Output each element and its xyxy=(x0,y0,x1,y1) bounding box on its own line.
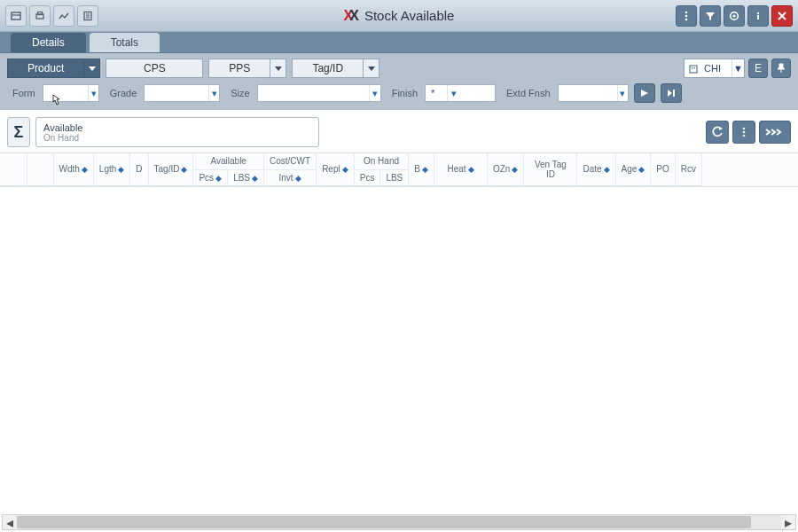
apply-filter-icon[interactable] xyxy=(634,83,655,103)
segment-tagid-label: Tag/ID xyxy=(293,62,363,74)
form-label: Form xyxy=(12,88,35,98)
size-label: Size xyxy=(231,88,249,98)
svg-point-8 xyxy=(685,11,688,13)
svg-rect-3 xyxy=(38,12,43,14)
toolbar-btn-print[interactable] xyxy=(29,5,51,27)
chevron-down-icon[interactable]: ▾ xyxy=(369,85,380,101)
pin-icon[interactable] xyxy=(771,59,791,78)
grid-header: Wdth◆ Lgth◆ D Tag/ID◆ Available Cost/CWT… xyxy=(0,153,798,187)
svg-rect-15 xyxy=(757,15,759,20)
svg-point-10 xyxy=(685,18,688,20)
svg-marker-19 xyxy=(275,66,282,71)
grade-input[interactable] xyxy=(145,85,208,101)
tab-totals[interactable]: Totals xyxy=(90,33,160,52)
segment-cps[interactable]: CPS xyxy=(106,59,203,78)
col-age[interactable]: Age◆ xyxy=(615,153,651,185)
scroll-track[interactable] xyxy=(17,515,781,529)
col-heat[interactable]: Heat◆ xyxy=(434,153,487,185)
col-rcv[interactable]: Rcv xyxy=(675,153,701,185)
scroll-right-icon[interactable]: ▸ xyxy=(781,515,795,529)
col-repl[interactable]: Repl◆ xyxy=(317,153,355,185)
form-input[interactable] xyxy=(43,85,89,101)
finish-label: Finish xyxy=(392,88,418,98)
next-filter-icon[interactable] xyxy=(661,83,682,103)
filter-icon[interactable] xyxy=(700,5,721,27)
window-title: Stock Available xyxy=(364,8,454,23)
menu-icon[interactable] xyxy=(676,5,697,27)
svg-rect-26 xyxy=(673,90,675,97)
segment-tagid[interactable]: Tag/ID xyxy=(292,59,379,78)
action-e-button[interactable]: E xyxy=(748,59,768,78)
segment-pps-label: PPS xyxy=(209,62,270,74)
gear-icon[interactable] xyxy=(724,5,745,27)
col-onhand-lbs[interactable]: LBS xyxy=(380,169,409,185)
location-select[interactable]: CHI ▼ xyxy=(684,59,745,78)
size-input-wrap: ▾ xyxy=(257,84,381,102)
refresh-icon[interactable] xyxy=(706,121,729,144)
finish-input-wrap: * ▾ xyxy=(425,84,496,102)
grade-input-wrap: ▾ xyxy=(144,84,220,102)
chevron-down-icon[interactable]: ▾ xyxy=(88,85,98,101)
sigma-icon[interactable]: Σ xyxy=(7,117,30,147)
col-date[interactable]: Date◆ xyxy=(577,153,615,185)
chevron-down-icon: ▼ xyxy=(732,59,744,77)
col-lgth[interactable]: Lgth◆ xyxy=(93,153,129,185)
col-d[interactable]: D xyxy=(130,153,148,185)
col-tagid[interactable]: Tag/ID◆ xyxy=(148,153,193,185)
extd-label: Extd Fnsh xyxy=(506,88,551,98)
toolbar-btn-3[interactable] xyxy=(53,5,74,27)
tabs-row: Details Totals xyxy=(0,32,798,53)
chevron-down-icon xyxy=(363,59,379,77)
svg-point-14 xyxy=(757,12,759,13)
svg-point-29 xyxy=(743,131,746,134)
section-title-box[interactable]: Available On Hand xyxy=(35,117,319,147)
title-bar: XX Stock Available xyxy=(0,0,798,32)
chevron-down-icon xyxy=(270,59,286,77)
col-onhand-pcs[interactable]: Pcs xyxy=(354,169,380,185)
tab-details[interactable]: Details xyxy=(11,33,86,52)
section-subtitle: On Hand xyxy=(43,133,311,143)
col-ozn[interactable]: OZn◆ xyxy=(487,153,523,185)
horizontal-scrollbar[interactable]: ◂ ▸ xyxy=(2,514,796,530)
section-header: Σ Available On Hand xyxy=(0,110,798,147)
toolbar-btn-1[interactable] xyxy=(5,5,27,27)
svg-marker-11 xyxy=(706,12,715,20)
col-avail-lbs[interactable]: LBS◆ xyxy=(228,169,264,185)
info-icon[interactable] xyxy=(747,5,769,27)
svg-rect-0 xyxy=(12,12,20,20)
segment-product-label: Product xyxy=(8,62,83,74)
chevron-down-icon[interactable]: ▾ xyxy=(208,85,219,101)
toolbar-btn-4[interactable] xyxy=(77,5,98,27)
chevron-down-icon[interactable]: ▾ xyxy=(617,85,628,101)
col-avail-pcs[interactable]: Pcs◆ xyxy=(193,169,228,185)
menu-icon[interactable] xyxy=(732,121,755,144)
extd-input[interactable] xyxy=(559,85,617,101)
col-ventagid[interactable]: Ven Tag ID xyxy=(524,153,577,185)
grid-body xyxy=(0,187,798,497)
scroll-thumb[interactable] xyxy=(17,516,751,528)
svg-rect-22 xyxy=(692,67,693,69)
filters-area: Product CPS PPS Tag/ID CHI ▼ E Form xyxy=(0,53,798,110)
close-icon[interactable] xyxy=(771,5,793,27)
finish-value: * xyxy=(426,88,440,98)
col-costcwt-group: Cost/CWT xyxy=(264,153,317,169)
svg-marker-24 xyxy=(641,90,648,97)
col-po[interactable]: PO xyxy=(651,153,675,185)
svg-marker-20 xyxy=(368,66,375,71)
extd-input-wrap: ▾ xyxy=(558,84,629,102)
col-b[interactable]: B◆ xyxy=(409,153,434,185)
grade-label: Grade xyxy=(110,88,137,98)
size-input[interactable] xyxy=(258,85,369,101)
segment-product[interactable]: Product xyxy=(7,59,100,78)
svg-point-13 xyxy=(732,14,735,17)
chevron-down-icon xyxy=(83,59,99,77)
scroll-left-icon[interactable]: ◂ xyxy=(3,515,17,529)
segment-pps[interactable]: PPS xyxy=(208,59,286,78)
expand-icon[interactable] xyxy=(759,121,791,144)
col-wdth[interactable]: Wdth◆ xyxy=(53,153,93,185)
svg-marker-25 xyxy=(668,90,672,97)
svg-rect-21 xyxy=(690,66,697,73)
logo-x-icon: XX xyxy=(344,8,359,24)
chevron-down-icon[interactable]: ▾ xyxy=(447,85,459,101)
col-invt[interactable]: Invt◆ xyxy=(264,169,317,185)
